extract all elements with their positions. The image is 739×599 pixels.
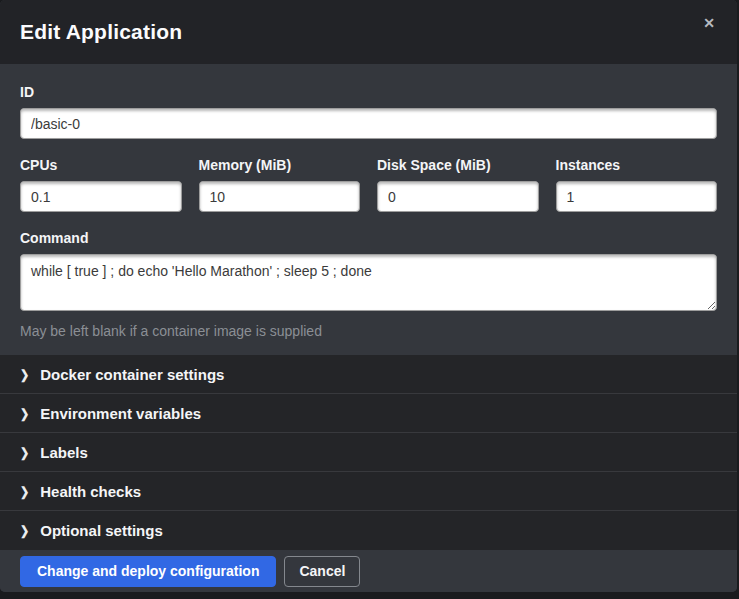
section-label: Environment variables [40,405,201,422]
command-field-group: Command while [ true ] ; do echo 'Hello … [20,230,717,339]
memory-label: Memory (MiB) [199,157,361,173]
section-optional-settings[interactable]: ❯ Optional settings [0,511,737,550]
change-and-deploy-button[interactable]: Change and deploy configuration [20,556,276,587]
resources-row: CPUs Memory (MiB) Disk Space (MiB) Insta… [20,157,717,212]
chevron-right-icon: ❯ [20,367,29,382]
section-label: Health checks [40,483,141,500]
id-field-group: ID [20,84,717,139]
modal-header: Edit Application ✕ [0,0,737,64]
cancel-button[interactable]: Cancel [284,556,360,587]
section-labels[interactable]: ❯ Labels [0,433,737,472]
instances-label: Instances [556,157,718,173]
chevron-right-icon: ❯ [20,445,29,460]
disk-input[interactable] [377,181,539,212]
section-label: Docker container settings [40,366,224,383]
cpus-label: CPUs [20,157,182,173]
collapsible-sections: ❯ Docker container settings ❯ Environmen… [0,355,737,550]
section-health-checks[interactable]: ❯ Health checks [0,472,737,511]
memory-field-group: Memory (MiB) [199,157,361,212]
instances-field-group: Instances [556,157,718,212]
memory-input[interactable] [199,181,361,212]
section-label: Optional settings [40,522,163,539]
edit-application-form: ID CPUs Memory (MiB) Disk Space (MiB) In… [0,64,737,355]
disk-label: Disk Space (MiB) [377,157,539,173]
close-icon[interactable]: ✕ [697,12,721,34]
command-textarea[interactable]: while [ true ] ; do echo 'Hello Marathon… [20,254,717,311]
id-label: ID [20,84,717,100]
modal-title: Edit Application [20,20,182,44]
instances-input[interactable] [556,181,718,212]
section-environment-variables[interactable]: ❯ Environment variables [0,394,737,433]
chevron-right-icon: ❯ [20,484,29,499]
section-docker-container-settings[interactable]: ❯ Docker container settings [0,355,737,394]
modal-footer: Change and deploy configuration Cancel [0,550,737,592]
command-label: Command [20,230,717,246]
disk-field-group: Disk Space (MiB) [377,157,539,212]
chevron-right-icon: ❯ [20,406,29,421]
edit-application-modal: Edit Application ✕ ID CPUs Memory (MiB) … [0,0,737,592]
chevron-right-icon: ❯ [20,523,29,538]
cpus-field-group: CPUs [20,157,182,212]
section-label: Labels [40,444,88,461]
cpus-input[interactable] [20,181,182,212]
id-input[interactable] [20,108,717,139]
command-help-text: May be left blank if a container image i… [20,323,717,339]
